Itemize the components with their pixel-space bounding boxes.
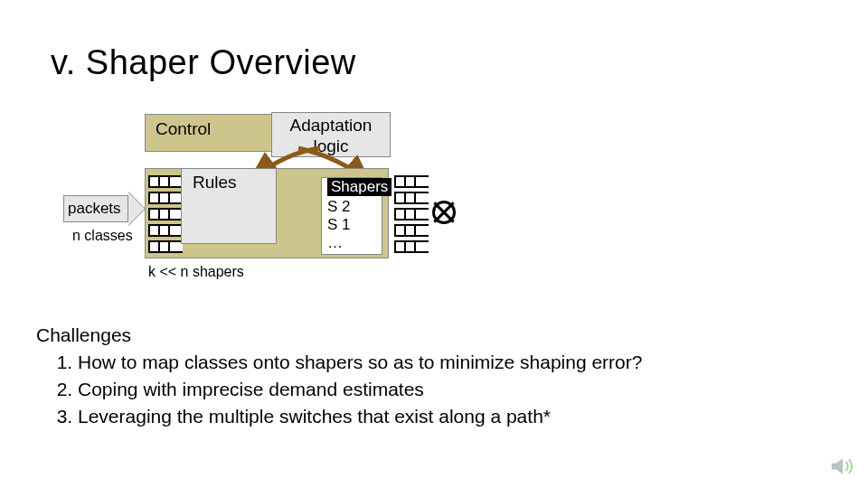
queue-icon — [394, 175, 429, 188]
otimes-icon — [432, 201, 456, 224]
input-queue-stack — [148, 175, 183, 257]
slide: v. Shaper Overview Control Adaptation lo… — [0, 0, 868, 488]
rules-label: Rules — [193, 173, 237, 192]
challenges-list: How to map classes onto shapers so as to… — [78, 349, 642, 430]
queue-icon — [148, 240, 183, 253]
queue-icon — [148, 208, 183, 221]
challenge-item: Leveraging the multiple switches that ex… — [78, 403, 642, 430]
challenge-item: How to map classes onto shapers so as to… — [78, 349, 642, 376]
packets-label: packets — [63, 195, 128, 222]
n-classes-label: n classes — [72, 228, 133, 244]
challenges-heading: Challenges — [36, 322, 642, 349]
shaper-s1: S 1 — [327, 216, 382, 234]
packets-arrow: packets — [63, 195, 145, 222]
shaper-list-box: Shapers S 2 S 1 … — [321, 177, 382, 255]
control-label: Control — [156, 119, 211, 139]
queue-icon — [148, 175, 183, 188]
queue-icon — [148, 192, 183, 204]
challenges-block: Challenges How to map classes onto shape… — [36, 322, 642, 430]
queue-icon — [394, 240, 429, 253]
slide-title: v. Shaper Overview — [51, 43, 356, 82]
adaptation-line1: Adaptation — [272, 115, 390, 136]
shaper-header: Shapers — [327, 178, 392, 196]
speaker-icon — [830, 455, 855, 477]
output-queue-stack — [394, 175, 429, 257]
k-shapers-label: k << n shapers — [148, 264, 244, 280]
queue-icon — [148, 224, 183, 237]
rules-box: Rules — [181, 168, 277, 244]
shaper-s2: S 2 — [327, 198, 382, 216]
queue-icon — [394, 224, 429, 237]
queue-icon — [394, 192, 429, 204]
challenge-item: Coping with imprecise demand estimates — [78, 376, 642, 403]
shaper-ellipsis: … — [327, 234, 382, 252]
queue-icon — [394, 208, 429, 221]
